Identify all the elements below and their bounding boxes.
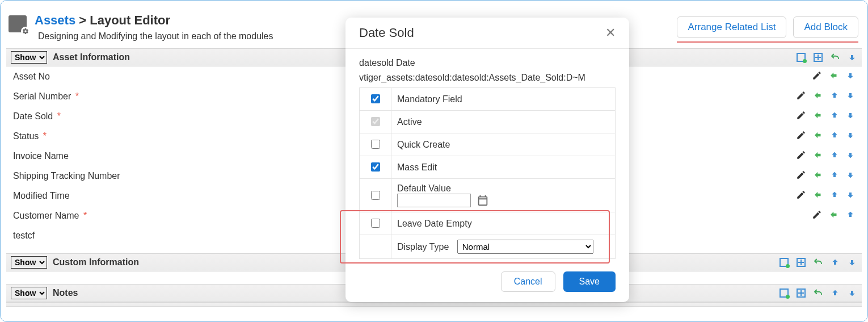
edit-icon[interactable] [796, 110, 806, 122]
arrow-up-icon[interactable] [830, 190, 839, 201]
field-row-tools [812, 210, 855, 221]
arrange-related-list-button[interactable]: Arrange Related List [677, 16, 786, 38]
field-label: Asset No [13, 72, 50, 82]
arrow-up-icon[interactable] [830, 150, 839, 161]
arrow-up-icon[interactable] [830, 257, 840, 267]
defaultvalue-label: Default Value [397, 183, 451, 193]
displaytype-label: Display Type [397, 242, 449, 252]
undo-icon[interactable] [813, 257, 823, 267]
arrow-up-icon[interactable] [830, 131, 839, 141]
field-label: Modified Time [13, 191, 70, 201]
arrow-down-icon[interactable] [847, 52, 857, 62]
arrow-left-icon[interactable] [813, 110, 823, 122]
sequence-icon[interactable] [779, 288, 789, 298]
prop-row-leaveempty: Leave Date Empty [360, 212, 616, 235]
block-tools [779, 257, 857, 267]
mandatory-checkbox[interactable] [371, 94, 380, 103]
field-label: Shipping Tracking Number [13, 171, 120, 181]
field-label: Status * [13, 131, 47, 141]
gear-icon [21, 27, 30, 36]
arrow-down-icon[interactable] [846, 131, 855, 141]
field-row-tools [812, 70, 855, 82]
massedit-checkbox[interactable] [371, 162, 380, 172]
arrow-left-icon[interactable] [829, 210, 839, 221]
edit-icon[interactable] [796, 90, 806, 102]
defaultvalue-checkbox[interactable] [371, 191, 380, 200]
save-button[interactable]: Save [563, 271, 616, 292]
arrow-up-icon[interactable] [830, 170, 839, 181]
modal-body: datesold Date vtiger_assets:datesold:dat… [345, 49, 629, 264]
block-title: Notes [53, 288, 78, 298]
modal-title: Date Sold [359, 26, 414, 40]
leaveempty-checkbox[interactable] [371, 219, 380, 228]
block-visibility-select[interactable]: Show [11, 51, 47, 64]
arrow-up-icon[interactable] [830, 288, 840, 298]
edit-icon[interactable] [812, 70, 822, 82]
arrow-down-icon[interactable] [846, 170, 855, 181]
arrow-left-icon[interactable] [813, 130, 823, 142]
edit-icon[interactable] [796, 150, 806, 162]
sequence-icon[interactable] [796, 52, 806, 62]
add-field-icon[interactable] [813, 52, 823, 62]
edit-icon[interactable] [796, 130, 806, 142]
add-field-icon[interactable] [796, 257, 806, 267]
arrow-down-icon[interactable] [846, 190, 855, 201]
arrow-down-icon[interactable] [846, 91, 855, 102]
sequence-icon[interactable] [779, 257, 789, 267]
arrow-up-icon[interactable] [830, 111, 839, 122]
arrow-left-icon[interactable] [829, 70, 839, 82]
field-label: Serial Number * [13, 91, 79, 102]
arrow-up-icon[interactable] [830, 91, 839, 102]
prop-row-defaultvalue: Default Value [360, 179, 616, 212]
defaultvalue-input[interactable] [397, 194, 471, 207]
field-row-tools [796, 90, 855, 102]
arrow-down-icon[interactable] [846, 71, 855, 82]
arrow-down-icon[interactable] [846, 150, 855, 161]
block-visibility-select[interactable]: Show [11, 287, 47, 299]
prop-row-mandatory: Mandatory Field [360, 88, 616, 111]
add-field-icon[interactable] [796, 288, 806, 298]
edit-icon[interactable] [812, 210, 822, 221]
leaveempty-label: Leave Date Empty [391, 212, 616, 235]
edit-icon[interactable] [796, 170, 806, 182]
prop-row-active: Active [360, 111, 616, 133]
block-tools [796, 52, 857, 62]
modal-header: Date Sold ✕ [345, 18, 629, 49]
field-row-tools [796, 110, 855, 122]
block-visibility-select[interactable]: Show [11, 256, 47, 269]
arrow-up-icon[interactable] [846, 210, 855, 221]
edit-icon[interactable] [796, 190, 806, 202]
displaytype-select[interactable]: Normal [457, 240, 593, 254]
calendar-icon[interactable] [473, 195, 489, 205]
arrow-down-icon[interactable] [846, 111, 855, 122]
field-row-tools [796, 170, 855, 182]
arrow-left-icon[interactable] [813, 190, 823, 202]
arrow-left-icon[interactable] [813, 150, 823, 162]
field-label: Customer Name * [13, 211, 87, 221]
active-checkbox [371, 117, 380, 126]
modal-footer: Cancel Save [345, 264, 629, 302]
quickcreate-checkbox[interactable] [371, 140, 380, 149]
thin-bar [6, 302, 862, 307]
undo-icon[interactable] [830, 52, 840, 62]
quickcreate-label: Quick Create [391, 133, 616, 156]
arrow-down-icon[interactable] [847, 288, 857, 298]
field-label: Invoice Name [13, 151, 69, 161]
arrow-down-icon[interactable] [847, 257, 857, 267]
block-tools [779, 288, 857, 298]
close-icon[interactable]: ✕ [605, 26, 616, 40]
breadcrumb-module[interactable]: Assets [35, 13, 75, 27]
defaultvalue-cell: Default Value [391, 179, 616, 212]
undo-icon[interactable] [813, 288, 823, 298]
displaytype-cell: Display Type Normal [391, 235, 616, 259]
field-settings-modal: Date Sold ✕ datesold Date vtiger_assets:… [345, 18, 629, 302]
arrow-left-icon[interactable] [813, 90, 823, 102]
prop-row-quickcreate: Quick Create [360, 133, 616, 156]
cancel-button[interactable]: Cancel [501, 271, 555, 292]
field-name-line: datesold Date [359, 58, 616, 68]
add-block-button[interactable]: Add Block [793, 16, 858, 38]
massedit-label: Mass Edit [391, 156, 616, 179]
arrow-left-icon[interactable] [813, 170, 823, 182]
field-label: testcf [13, 231, 35, 241]
header-actions: Arrange Related List Add Block [677, 16, 858, 43]
